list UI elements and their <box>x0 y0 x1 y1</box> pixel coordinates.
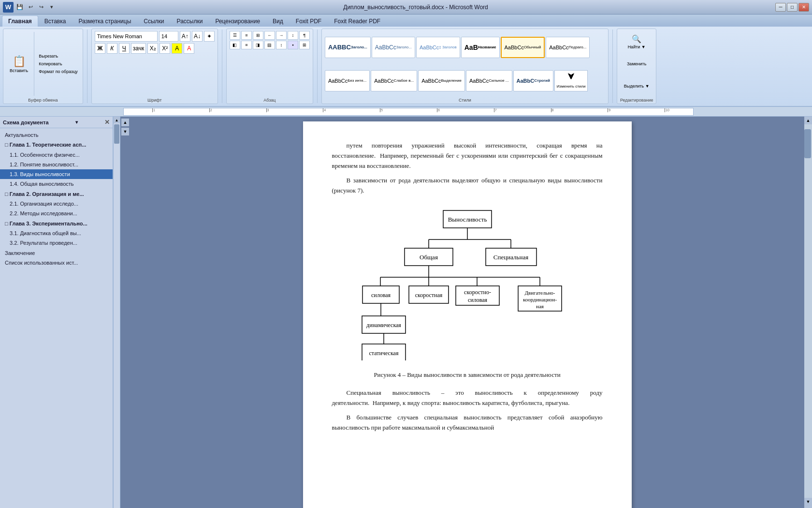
nav-item-1-1[interactable]: 1.1. Особенности физичес... <box>0 150 113 160</box>
paragraph-group: ☰ ≡ ⊞ ← → ↕ ¶ ◧ ≡ ◨ ▤ ↕ ▪ ⊞ Аб <box>226 29 313 104</box>
font-name-input[interactable] <box>95 31 158 42</box>
style-emphasis[interactable]: AaBbCcВыделение <box>418 70 465 91</box>
nav-item-conclusion[interactable]: Заключение <box>0 248 113 258</box>
font-shrink-button[interactable]: A↓ <box>192 31 203 42</box>
shading-button[interactable]: ▪ <box>288 41 298 49</box>
align-center-button[interactable]: ≡ <box>241 41 252 49</box>
strikethrough-button[interactable]: зачк <box>131 43 146 54</box>
replace-button[interactable]: Заменить <box>624 53 649 75</box>
quick-save-btn[interactable]: 💾 <box>15 3 24 12</box>
sort-button[interactable]: ↕ <box>288 31 298 40</box>
nav-item-2-1[interactable]: 2.1. Организация исследо... <box>0 199 113 209</box>
tab-view[interactable]: Вид <box>266 15 290 27</box>
border-button[interactable]: ⊞ <box>299 41 310 49</box>
nav-item-chapter1[interactable]: □ Глава 1. Теоретические асп... <box>0 140 113 149</box>
quick-redo-btn[interactable]: ↪ <box>37 3 45 12</box>
tab-mailings[interactable]: Рассылки <box>171 15 209 27</box>
titlebar-left: W 💾 ↩ ↪ ▾ <box>3 2 56 13</box>
clipboard-sub: Вырезать Копировать Формат по образцу <box>37 53 80 75</box>
nav-item-1-2[interactable]: 1.2. Понятие выносливост... <box>0 160 113 169</box>
show-marks-button[interactable]: ¶ <box>299 31 310 40</box>
select-label: Выделить ▼ <box>624 84 650 89</box>
sidebar-scroll-up[interactable]: ▲ <box>114 117 120 123</box>
font-style-row: Ж К Ч зачк X₂ X² A A <box>95 43 194 54</box>
superscript-button[interactable]: X² <box>160 43 170 54</box>
sidebar-close-button[interactable]: ✕ <box>104 119 110 126</box>
close-button[interactable]: ✕ <box>798 3 809 12</box>
tab-references[interactable]: Ссылки <box>137 15 170 27</box>
decrease-indent-button[interactable]: ← <box>264 31 275 40</box>
style-normal[interactable]: AaBbCcОбычный <box>501 37 545 58</box>
align-right-button[interactable]: ◨ <box>253 41 263 49</box>
nav-item-references[interactable]: Список использованных ист... <box>0 258 113 268</box>
style-nospace[interactable]: AaBbCcБез инте... <box>325 70 370 91</box>
nav-item-relevance[interactable]: Актуальность <box>0 130 113 140</box>
scroll-up-button[interactable]: ▲ <box>804 117 812 124</box>
font-grow-button[interactable]: A↑ <box>180 31 190 42</box>
increase-indent-button[interactable]: → <box>276 31 287 40</box>
line-spacing-button[interactable]: ↕ <box>276 41 287 49</box>
quick-undo-btn[interactable]: ↩ <box>26 3 35 12</box>
font-group: A↑ A↓ ✦ Ж К Ч зачк X₂ X² A A Шрифт <box>91 29 218 104</box>
select-button[interactable]: Выделить ▼ <box>621 75 652 97</box>
nav-item-2-2[interactable]: 2.2. Методы исследовани... <box>0 209 113 218</box>
change-styles-button[interactable]: ⮟Изменить стили <box>554 70 588 91</box>
nav-item-1-3[interactable]: 1.3. Виды выносливости <box>0 169 113 179</box>
underline-button[interactable]: Ч <box>119 43 130 54</box>
style-subtle[interactable]: AaBbCcСлабое в... <box>371 70 417 91</box>
paste-button[interactable]: 📋 Вставить <box>6 54 31 75</box>
tab-layout[interactable]: Разметка страницы <box>72 15 137 27</box>
nav-item-3-2[interactable]: 3.2. Результаты проведен... <box>0 238 113 248</box>
group-separator-2 <box>222 30 222 103</box>
style-heading1[interactable]: AABBCЗаголо... <box>325 37 371 58</box>
para-4: В большинстве случаев специальная выносл… <box>332 413 603 433</box>
copy-button[interactable]: Копировать <box>37 60 80 67</box>
clear-format-button[interactable]: ✦ <box>204 31 215 42</box>
style-strict[interactable]: AaBbCСтрогий <box>513 70 553 91</box>
scroll-down-button[interactable]: ▼ <box>804 498 812 506</box>
find-button[interactable]: 🔍 Найти ▼ <box>625 31 649 52</box>
tab-review[interactable]: Рецензирование <box>209 15 266 27</box>
scroll-thumb[interactable] <box>804 129 811 158</box>
font-size-input[interactable] <box>159 31 178 42</box>
tab-insert[interactable]: Вставка <box>38 15 72 27</box>
align-left-button[interactable]: ◧ <box>230 41 240 49</box>
nav-item-chapter2[interactable]: □ Глава 2. Организация и ме... <box>0 189 113 199</box>
bullet-list-button[interactable]: ☰ <box>230 31 240 40</box>
style-heading3[interactable]: AaBbCc‡ Заголов <box>416 37 460 58</box>
document-area: путем повторения упражнений высокой инте… <box>130 117 804 508</box>
font-color-button[interactable]: A <box>184 43 194 54</box>
sidebar-dropdown[interactable]: ▾ <box>75 120 78 125</box>
diagram-spec-label: Специальная <box>493 254 528 261</box>
prev-page-button[interactable]: ⊙ <box>804 506 812 508</box>
paste-label: Вставить <box>10 68 28 73</box>
sidebar-scroll-thumb[interactable] <box>114 124 119 144</box>
style-strong[interactable]: AaBbCcСильное ... <box>466 70 512 91</box>
cut-button[interactable]: Вырезать <box>37 53 80 60</box>
bold-button[interactable]: Ж <box>95 43 105 54</box>
nav-item-chapter3[interactable]: □ Глава 3. Экспериментально... <box>0 219 113 228</box>
style-heading2[interactable]: AaBbCcЗаголо... <box>372 37 415 58</box>
diagram-root-label: Выносливость <box>448 216 487 223</box>
align-justify-button[interactable]: ▤ <box>264 41 275 49</box>
doc-scroll-down2[interactable]: ▼ <box>121 128 129 135</box>
tab-foxit-pdf[interactable]: Foxit PDF <box>290 15 328 27</box>
style-subtitle[interactable]: AaBbCcПодзаго... <box>546 37 590 58</box>
diagram-obsh-label: Общая <box>420 254 438 261</box>
numbered-list-button[interactable]: ≡ <box>241 31 252 40</box>
multilevel-list-button[interactable]: ⊞ <box>253 31 263 40</box>
tab-home[interactable]: Главная <box>2 15 38 27</box>
nav-item-1-4[interactable]: 1.4. Общая выносливость <box>0 179 113 189</box>
maximize-button[interactable]: □ <box>787 3 798 12</box>
quick-menu-btn[interactable]: ▾ <box>47 3 56 12</box>
minimize-button[interactable]: ─ <box>775 3 786 12</box>
nav-item-3-1[interactable]: 3.1. Диагностика общей вы... <box>0 228 113 238</box>
format-painter-button[interactable]: Формат по образцу <box>37 68 80 75</box>
italic-button[interactable]: К <box>107 43 117 54</box>
highlight-button[interactable]: A <box>172 43 182 54</box>
style-title[interactable]: AaBНазвание <box>461 37 500 58</box>
styles-content: AABBCЗаголо... AaBbCcЗаголо... AaBbCc‡ З… <box>325 31 605 97</box>
tab-foxit-reader[interactable]: Foxit Reader PDF <box>328 15 387 27</box>
doc-scroll-up2[interactable]: ▲ <box>121 119 129 126</box>
subscript-button[interactable]: X₂ <box>147 43 158 54</box>
